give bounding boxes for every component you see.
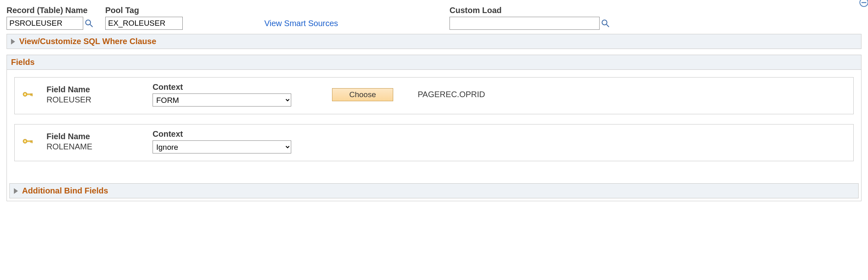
custom-load-label: Custom Load [450, 6, 609, 15]
field-row: Field NameROLEUSERContextFORMChoosePAGER… [14, 77, 854, 114]
svg-rect-1 [861, 2, 866, 3]
view-smart-sources-link[interactable]: View Smart Sources [264, 19, 338, 28]
where-clause-title: View/Customize SQL Where Clause [19, 37, 156, 46]
svg-rect-9 [30, 93, 31, 95]
where-clause-section[interactable]: View/Customize SQL Where Clause [7, 34, 861, 49]
chevron-right-icon [14, 188, 18, 194]
context-select[interactable]: FORM [153, 93, 291, 107]
additional-bind-title: Additional Bind Fields [22, 186, 108, 196]
svg-rect-15 [32, 140, 33, 142]
pool-tag-input[interactable] [105, 17, 183, 30]
custom-load-input[interactable] [450, 17, 600, 30]
field-row: Field NameROLENAMEContextIgnore [14, 124, 854, 161]
field-name-label: Field Name [46, 132, 140, 141]
additional-bind-section[interactable]: Additional Bind Fields [9, 183, 859, 198]
key-icon [23, 90, 33, 99]
svg-point-4 [602, 20, 607, 25]
field-value: PAGEREC.OPRID [418, 90, 485, 99]
svg-point-2 [86, 20, 91, 25]
svg-point-12 [24, 140, 26, 142]
key-icon [23, 137, 33, 146]
search-icon[interactable] [85, 19, 93, 27]
chevron-right-icon [11, 39, 15, 44]
context-label: Context [153, 82, 299, 92]
svg-line-3 [90, 24, 93, 27]
field-name-value: ROLENAME [46, 142, 140, 151]
field-name-label: Field Name [46, 85, 140, 94]
pool-tag-label: Pool Tag [105, 6, 183, 15]
svg-point-7 [24, 93, 26, 95]
record-name-label: Record (Table) Name [7, 6, 93, 15]
fields-title: Fields [11, 58, 35, 67]
svg-rect-10 [32, 93, 33, 96]
search-icon[interactable] [601, 19, 609, 27]
fields-section-header: Fields [7, 55, 861, 70]
svg-rect-14 [30, 140, 31, 142]
context-label: Context [153, 129, 299, 139]
choose-button[interactable]: Choose [332, 88, 393, 101]
field-name-value: ROLEUSER [46, 95, 140, 104]
record-name-input[interactable] [7, 17, 83, 30]
svg-line-5 [607, 24, 609, 27]
context-select[interactable]: Ignore [153, 140, 291, 153]
